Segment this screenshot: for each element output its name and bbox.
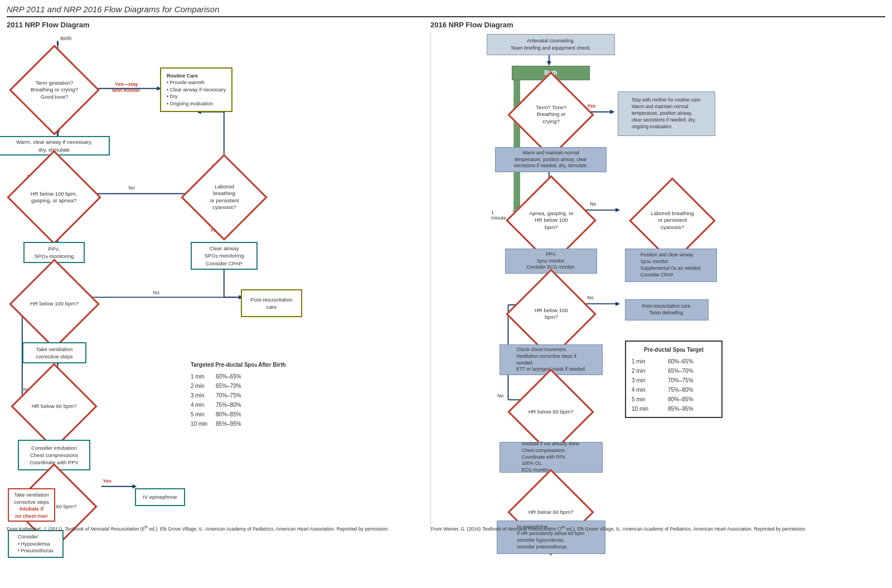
citation-left: From Kattwinkel, J. (2011). Textbook of … [7, 524, 419, 533]
consider-text: Consider:• Hypovolemia• Pneumothorax [18, 533, 54, 555]
spo2-row-r: 3 min 70%–75% [632, 376, 716, 385]
spo2-row: 1 min 60%–65% [191, 372, 241, 381]
d1-term-gestation: Term gestation?Breathing or crying?Good … [9, 45, 100, 135]
d1-label: Term gestation?Breathing or crying?Good … [31, 80, 78, 100]
clear-airway-text: Clear airwaySPO₂ monitoringConsider CPAP [204, 245, 244, 267]
routine-care-text: Routine Care • Provide warmth • Clear ai… [167, 72, 226, 108]
main-content: Birth Yes—stay with mother No [7, 31, 885, 533]
post-resus-text: Post-resuscitationcare [250, 296, 293, 311]
spo2-row: 2 min 65%–70% [191, 381, 241, 391]
post-resus-box: Post-resuscitationcare [241, 289, 302, 317]
consider-box: Consider:• Hypovolemia• Pneumothorax [8, 530, 64, 558]
stay-mother-box: Stay with mother for routine care:Warm a… [618, 91, 715, 136]
vent-corrective-left: Take ventilationcorrective steps Intubat… [8, 488, 55, 522]
spo2-val-r: 75%–80% [668, 385, 716, 395]
svg-text:with mother: with mother [112, 88, 140, 93]
svg-text:Yes—stay: Yes—stay [115, 81, 138, 87]
d4-label: HR below 100 bpm? [30, 300, 78, 307]
intubate-right: Intubate if not already done.Chest compr… [500, 442, 603, 473]
spo2-time-r: 10 min [632, 404, 668, 414]
divider [7, 16, 885, 17]
d6-right-label: HR below 60 bpm? [529, 509, 574, 516]
spo2-value: 85%–95% [216, 419, 241, 429]
spo2-time: 3 min [191, 391, 216, 400]
spo2-value: 75%–80% [216, 400, 241, 410]
pos-clear-text: Position and clear airway.Spo₂ monitor.S… [641, 252, 701, 279]
ppv-text-right: PPV.Spo₂ monitor.Consider ECG monitor. [527, 251, 575, 271]
d5-hr60: HR below 60 bpm? [11, 363, 98, 450]
d2-hr100: HR below 100 bpm,gasping, or apnea? [7, 150, 101, 245]
d2-label: HR below 100 bpm,gasping, or apnea? [31, 191, 77, 205]
svg-rect-100 [513, 66, 520, 213]
d1-right-term: Term? Tone?Breathing orcrying? [507, 71, 594, 158]
spo2-val-r: 65%–70% [668, 366, 716, 376]
spo2-row: 5 min 80%–85% [191, 410, 241, 419]
spo2-val-r: 70%–75% [668, 376, 716, 385]
spo2-time-r: 3 min [632, 376, 668, 385]
svg-text:No: No [129, 185, 135, 191]
spo2-row-r: 5 min 80%–85% [632, 395, 716, 404]
spo2-val-r: 60%–65% [668, 357, 716, 366]
vent-left-text2: Intubate ifno chest rise! [15, 506, 48, 519]
spo2-time-r: 4 min [632, 385, 668, 395]
svg-marker-72 [615, 208, 620, 212]
spo2-time: 10 min [191, 419, 216, 429]
spo2-val-r: 80%–85% [668, 395, 716, 404]
spo2-row: 4 min 75%–80% [191, 400, 241, 410]
spo2-title-right: Pre-ductal Spo₂ Target [632, 345, 716, 354]
right-column-header: 2016 NRP Flow Diagram [430, 21, 885, 29]
d3-labored: Laboredbreathingor persistentcyanosis? [181, 154, 268, 241]
svg-text:No: No [497, 393, 503, 399]
d5-right-label: HR below 60 bpm? [529, 409, 574, 415]
vent-left-text1: Take ventilationcorrective steps [14, 492, 49, 505]
left-diagram: Birth Yes—stay with mother No [7, 31, 430, 533]
birth-label: Birth [60, 35, 71, 41]
spo2-time: 1 min [191, 372, 216, 381]
ventilation-box: Take ventilationcorrective steps [22, 342, 86, 363]
spo2-row-r: 10 min 85%–95% [632, 404, 716, 414]
svg-text:Yes: Yes [103, 478, 112, 484]
citation-right: From Weiner, G. (2016) Textbook of Neona… [431, 524, 888, 533]
d3-label: Laboredbreathingor persistentcyanosis? [210, 183, 239, 211]
d3-right-label: Labored breathingor persistentcyanosis? [651, 210, 694, 231]
columns-header: 2011 NRP Flow Diagram 2016 NRP Flow Diag… [7, 21, 885, 29]
d4-hr100: HR below 100 bpm? [9, 259, 100, 349]
ventilation-text: Take ventilationcorrective steps [36, 346, 73, 361]
spo2-row: 3 min 70%–75% [191, 391, 241, 400]
warm-box-right: Warm and maintain normaltemperature, pos… [495, 147, 607, 172]
svg-text:Yes: Yes [587, 103, 595, 109]
spo2-time-r: 2 min [632, 366, 668, 376]
routine-care-box: Routine Care • Provide warmth • Clear ai… [160, 67, 232, 112]
left-column-header: 2011 NRP Flow Diagram [7, 21, 430, 29]
svg-marker-60 [610, 110, 614, 114]
pos-clear-box: Position and clear airway.Spo₂ monitor.S… [625, 249, 717, 282]
svg-marker-80 [615, 302, 620, 306]
d2-right-label: Apnea, gasping, orHR below 100bpm? [529, 210, 574, 231]
d4-right-label: HR below 100bpm? [535, 307, 568, 321]
spo2-time-r: 1 min [632, 357, 668, 366]
post-resus-right-text: Post-resuscitation care.Team debriefing. [642, 303, 692, 317]
antenatal-text: Antenatal counseling.Team briefing and e… [511, 37, 592, 51]
post-resus-right: Post-resuscitation care.Team debriefing. [625, 299, 709, 320]
spo2-time: 5 min [191, 410, 216, 419]
spo2-table-right: Pre-ductal Spo₂ Target 1 min 60%–65% 2 m… [625, 341, 723, 418]
spo2-time: 2 min [191, 381, 216, 391]
spo2-value: 70%–75% [216, 391, 241, 400]
page-container: NRP 2011 and NRP 2016 Flow Diagrams for … [0, 0, 892, 588]
spo2-row-r: 2 min 65%–70% [632, 366, 716, 376]
svg-text:No: No [153, 290, 159, 295]
spo2-title-left: Targeted Pre-ductal Spo₂ After Birth [191, 360, 286, 370]
spo2-time-r: 5 min [632, 395, 668, 404]
spo2-val-r: 85%–95% [668, 404, 716, 414]
svg-marker-56 [547, 61, 551, 66]
d5-label: HR below 60 bpm? [32, 403, 77, 410]
page-title: NRP 2011 and NRP 2016 Flow Diagrams for … [7, 4, 885, 14]
spo2-value: 80%–85% [216, 410, 241, 419]
spo2-value: 65%–70% [216, 381, 241, 391]
spo2-row: 10 min 85%–95% [191, 419, 241, 429]
clear-airway-box: Clear airwaySPO₂ monitoringConsider CPAP [191, 242, 258, 270]
antenatal-box: Antenatal counseling.Team briefing and e… [487, 34, 615, 55]
iv-epi-box: IV epinephrine [135, 488, 185, 506]
spo2-table-left: Targeted Pre-ductal Spo₂ After Birth 1 m… [191, 360, 286, 429]
spo2-row-r: 4 min 75%–80% [632, 385, 716, 395]
